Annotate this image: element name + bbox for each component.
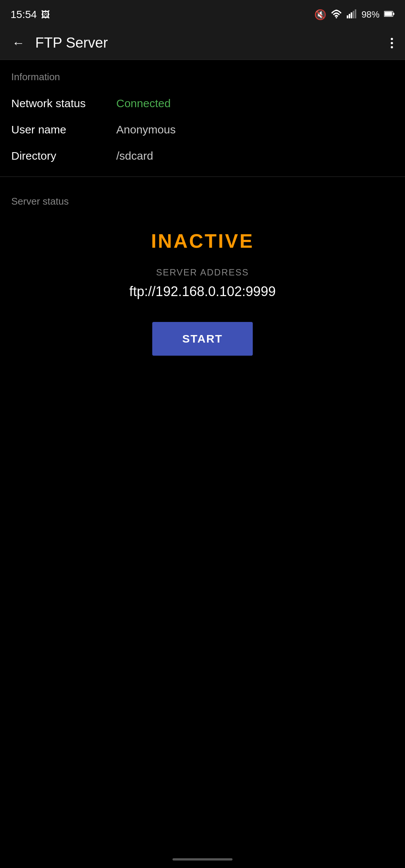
- server-status-header: Server status: [0, 184, 405, 215]
- server-status-section: Server status INACTIVE SERVER ADDRESS ft…: [0, 184, 405, 386]
- server-status-display: INACTIVE SERVER ADDRESS ftp://192.168.0.…: [0, 215, 405, 371]
- server-status-text: INACTIVE: [151, 230, 254, 252]
- home-indicator: [172, 858, 232, 861]
- svg-rect-2: [349, 14, 350, 18]
- app-title: FTP Server: [35, 35, 108, 51]
- username-value: Anonymous: [116, 123, 176, 136]
- more-dot-3: [391, 46, 393, 48]
- information-header: Information: [0, 60, 405, 90]
- svg-rect-3: [351, 12, 352, 18]
- information-section: Information Network status Connected Use…: [0, 60, 405, 169]
- more-menu-button[interactable]: [388, 35, 396, 51]
- status-bar-icons: 🔇 98%: [314, 9, 394, 21]
- directory-label: Directory: [11, 150, 116, 162]
- app-bar: ← FTP Server: [0, 26, 405, 60]
- svg-point-0: [336, 17, 337, 18]
- svg-rect-4: [353, 11, 354, 18]
- signal-icon: [346, 9, 357, 20]
- status-bar-time: 15:54 🖼: [10, 9, 50, 21]
- username-label: User name: [11, 123, 116, 136]
- server-address-value: ftp://192.168.0.102:9999: [129, 284, 276, 299]
- section-divider: [0, 177, 405, 177]
- main-content: Information Network status Connected Use…: [0, 60, 405, 386]
- status-bar: 15:54 🖼 🔇 98%: [0, 0, 405, 26]
- time-display: 15:54: [10, 9, 37, 21]
- svg-rect-1: [347, 15, 348, 18]
- more-dot-1: [391, 38, 393, 40]
- network-status-value: Connected: [116, 97, 171, 110]
- svg-rect-7: [385, 12, 392, 16]
- photo-icon: 🖼: [41, 9, 50, 20]
- directory-value: /sdcard: [116, 150, 153, 162]
- wifi-icon: [331, 9, 342, 20]
- app-bar-left: ← FTP Server: [9, 33, 108, 53]
- battery-icon: [384, 10, 394, 19]
- battery-display: 98%: [362, 9, 380, 20]
- network-status-row: Network status Connected: [0, 90, 405, 117]
- svg-rect-8: [393, 13, 394, 15]
- back-button[interactable]: ←: [9, 33, 28, 53]
- start-button[interactable]: START: [152, 322, 253, 356]
- svg-rect-5: [355, 9, 356, 18]
- server-address-label: SERVER ADDRESS: [156, 267, 249, 278]
- directory-row: Directory /sdcard: [0, 143, 405, 169]
- mute-icon: 🔇: [314, 9, 326, 21]
- network-status-label: Network status: [11, 97, 116, 110]
- username-row: User name Anonymous: [0, 117, 405, 143]
- more-dot-2: [391, 42, 393, 44]
